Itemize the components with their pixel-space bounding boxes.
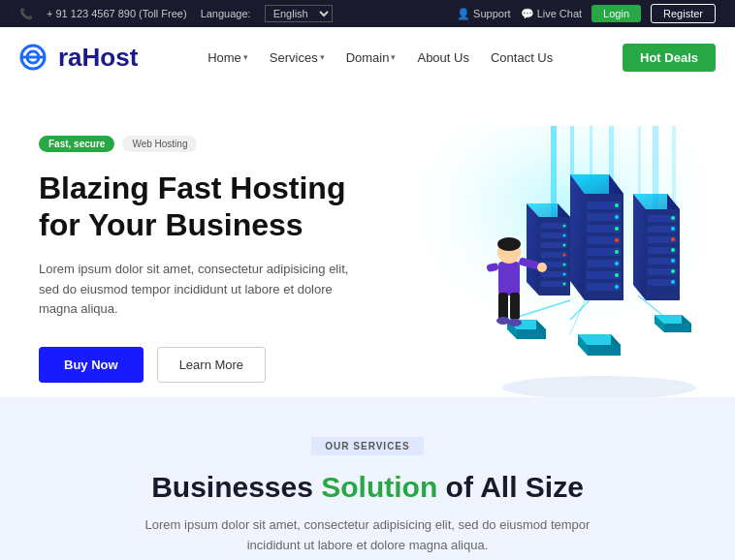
login-button[interactable]: Login (591, 5, 641, 22)
logo: raHost (19, 43, 138, 73)
services-description: Lorem ipsum dolor sit amet, consectetur … (135, 515, 600, 556)
svg-marker-70 (517, 329, 546, 339)
svg-point-27 (615, 250, 619, 254)
logo-text: raHost (58, 43, 138, 73)
hero-title-line2: for Your Business (39, 207, 304, 242)
hero-description: Lorem ipsum dolor sit amet, consectetur … (39, 260, 357, 320)
chevron-down-icon: ▾ (391, 52, 396, 62)
svg-marker-34 (646, 209, 680, 300)
nav-services[interactable]: Services ▾ (262, 47, 333, 69)
nav-contact[interactable]: Contact Us (483, 47, 560, 69)
svg-marker-12 (570, 174, 585, 300)
svg-point-48 (671, 280, 675, 284)
learn-more-button[interactable]: Learn More (157, 347, 266, 383)
svg-point-46 (671, 259, 675, 263)
svg-point-64 (563, 264, 566, 266)
svg-marker-74 (588, 345, 621, 356)
svg-point-44 (671, 237, 675, 241)
svg-rect-89 (498, 293, 508, 320)
hero-section: Fast, secure Web Hosting Blazing Fast Ho… (0, 87, 735, 397)
hero-buttons: Buy Now Learn More (39, 347, 357, 383)
svg-point-28 (615, 262, 619, 265)
svg-rect-10 (672, 126, 676, 208)
svg-point-85 (497, 237, 521, 251)
fast-secure-badge: Fast, secure (39, 136, 114, 152)
svg-marker-78 (664, 324, 691, 332)
phone-number: + 91 123 4567 890 (Toll Free) (47, 8, 187, 19)
hero-content: Fast, secure Web Hosting Blazing Fast Ho… (39, 126, 357, 383)
support-icon (457, 8, 470, 20)
svg-rect-90 (510, 293, 520, 320)
phone-icon (19, 8, 33, 20)
buy-now-button[interactable]: Buy Now (39, 347, 144, 383)
nav-domain[interactable]: Domain ▾ (338, 47, 404, 69)
nav-links: Home ▾ Services ▾ Domain ▾ About Us Cont… (200, 47, 560, 69)
support-label: Support (473, 8, 511, 19)
svg-point-26 (615, 238, 619, 242)
server-illustration (357, 126, 706, 397)
services-title-highlight: Solution (321, 471, 437, 503)
svg-point-91 (496, 317, 510, 325)
svg-point-61 (563, 234, 566, 237)
top-bar: + 91 123 4567 890 (Toll Free) Language: … (0, 0, 735, 27)
services-title-end: of All Size (446, 471, 584, 503)
svg-point-62 (563, 244, 566, 247)
services-badge: OUR SERVICES (311, 437, 423, 455)
hot-deals-button[interactable]: Hot Deals (623, 44, 716, 72)
svg-point-29 (615, 273, 619, 277)
svg-point-25 (615, 227, 619, 231)
svg-point-42 (671, 216, 675, 220)
logo-icon (19, 44, 54, 71)
svg-point-24 (615, 215, 619, 219)
svg-point-43 (671, 227, 675, 231)
language-select[interactable]: English Spanish French (265, 5, 333, 22)
svg-rect-8 (638, 126, 641, 194)
svg-point-60 (563, 225, 566, 228)
nav-about[interactable]: About Us (409, 47, 476, 69)
support-link[interactable]: Support (457, 8, 511, 20)
svg-rect-83 (498, 262, 520, 296)
svg-point-45 (671, 248, 675, 252)
hero-title: Blazing Fast Hosting for Your Business (39, 170, 357, 244)
hero-image (357, 126, 706, 397)
language-label: Language: (201, 8, 251, 19)
svg-marker-50 (527, 203, 539, 296)
svg-point-66 (563, 283, 566, 286)
services-section: OUR SERVICES Businesses Solution of All … (0, 397, 735, 560)
chat-icon (521, 8, 534, 20)
svg-point-65 (563, 273, 566, 276)
svg-point-92 (508, 319, 522, 327)
top-bar-left: + 91 123 4567 890 (Toll Free) Language: … (19, 5, 333, 22)
hero-badges: Fast, secure Web Hosting (39, 136, 357, 152)
livechat-link[interactable]: Live Chat (521, 8, 582, 20)
svg-point-63 (563, 254, 566, 257)
chevron-down-icon: ▾ (243, 52, 248, 62)
services-title-normal: Businesses (151, 471, 313, 503)
svg-point-23 (615, 203, 619, 207)
navbar: raHost Home ▾ Services ▾ Domain ▾ About … (0, 27, 735, 87)
svg-point-47 (671, 269, 675, 273)
livechat-label: Live Chat (537, 8, 582, 19)
services-title: Businesses Solution of All Size (19, 471, 716, 504)
svg-point-30 (615, 285, 619, 289)
svg-point-88 (537, 263, 547, 272)
nav-home[interactable]: Home ▾ (200, 47, 256, 69)
web-hosting-badge: Web Hosting (122, 136, 197, 152)
register-button[interactable]: Register (651, 4, 716, 23)
svg-marker-32 (633, 194, 646, 300)
chevron-down-icon: ▾ (320, 52, 325, 62)
hero-title-line1: Blazing Fast Hosting (39, 171, 345, 205)
top-bar-right: Support Live Chat Login Register (457, 4, 716, 23)
